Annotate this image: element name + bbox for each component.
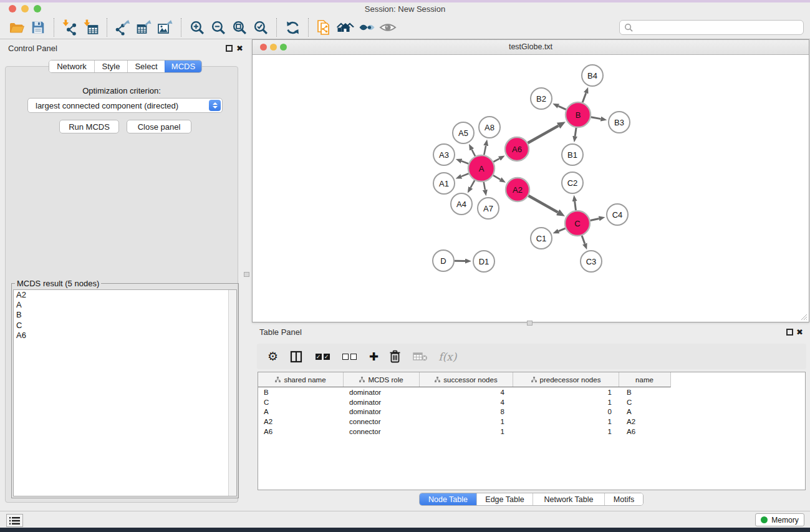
float-panel-icon[interactable]	[786, 329, 793, 336]
zoom-out-icon[interactable]	[208, 17, 229, 37]
float-panel-icon[interactable]	[226, 45, 233, 52]
table-row[interactable]: Cdominator41C	[258, 397, 805, 407]
close-panel-icon[interactable]: ✖	[236, 44, 243, 52]
graph-node-A6[interactable]: A6	[505, 137, 529, 161]
graph-edge-C-C2[interactable]	[575, 201, 576, 210]
tab-network-table[interactable]: Network Table	[533, 493, 604, 505]
export-image-icon[interactable]	[155, 17, 176, 37]
column-header-mcds-role[interactable]: MCDS role	[344, 372, 420, 387]
home-icon[interactable]	[335, 17, 356, 37]
graph-node-A4[interactable]: A4	[451, 193, 472, 215]
graph-node-B2[interactable]: B2	[531, 88, 552, 109]
graph-node-B3[interactable]: B3	[609, 112, 630, 133]
network-graph-canvas[interactable]: B4B2BB3A5A8A6A3B1AC2A1A2A4A7C4CC1C3DD1	[253, 55, 809, 322]
graph-edge-A2-C[interactable]	[528, 196, 557, 213]
column-header-successor-nodes[interactable]: successor nodes	[420, 372, 513, 387]
graph-edge-B-B4[interactable]	[582, 93, 586, 102]
close-panel-button[interactable]: Close panel	[127, 120, 191, 133]
mcds-result-item[interactable]: A	[14, 300, 236, 310]
horizontal-splitter-handle[interactable]	[527, 321, 533, 326]
network-window-titlebar[interactable]: testGlobe.txt	[253, 40, 809, 55]
share-session-icon[interactable]	[314, 17, 335, 37]
criterion-dropdown[interactable]: largest connected component (directed)	[27, 98, 223, 113]
mcds-result-item[interactable]: A6	[14, 331, 236, 341]
graph-node-C1[interactable]: C1	[531, 228, 552, 249]
graph-edge-A-A8[interactable]	[484, 145, 486, 155]
graph-edge-A-A4[interactable]	[471, 180, 475, 188]
graph-edge-A-A5[interactable]	[472, 150, 475, 157]
save-session-icon[interactable]	[27, 17, 49, 37]
task-history-list-button[interactable]	[6, 514, 23, 527]
refresh-view-icon[interactable]	[282, 17, 303, 37]
mcds-result-list[interactable]: A2ABCA6	[13, 289, 237, 496]
graph-node-B[interactable]: B	[566, 102, 591, 127]
graph-edge-A-A6[interactable]	[493, 158, 499, 162]
column-header-predecessor-nodes[interactable]: predecessor nodes	[513, 372, 619, 387]
search-input[interactable]	[634, 21, 803, 34]
graph-node-A3[interactable]: A3	[433, 144, 455, 165]
graph-edge-C-C3[interactable]	[582, 236, 585, 244]
graph-edge-A-A3[interactable]	[461, 161, 468, 163]
graph-node-A2[interactable]: A2	[506, 178, 529, 201]
show-columns-icon[interactable]	[290, 349, 302, 364]
unselect-all-columns-icon[interactable]	[341, 349, 357, 364]
select-all-columns-icon[interactable]: ✓✓	[314, 349, 330, 364]
graph-node-A1[interactable]: A1	[433, 173, 455, 194]
run-mcds-button[interactable]: Run MCDS	[59, 120, 119, 133]
graph-node-C3[interactable]: C3	[581, 251, 602, 272]
graph-edge-C-C1[interactable]	[559, 228, 566, 231]
export-table-icon[interactable]	[133, 17, 155, 37]
open-file-icon[interactable]	[6, 17, 27, 37]
memory-button[interactable]: Memory	[755, 513, 804, 526]
search-box[interactable]	[619, 20, 804, 35]
close-panel-icon[interactable]: ✖	[796, 328, 803, 336]
graph-node-A7[interactable]: A7	[478, 198, 499, 219]
zoom-selected-icon[interactable]	[250, 17, 271, 37]
table-row[interactable]: Bdominator41B	[258, 387, 805, 397]
tab-select[interactable]: Select	[127, 60, 165, 72]
delete-column-trash-icon[interactable]	[389, 349, 401, 364]
column-header-name[interactable]: name	[619, 372, 670, 387]
graph-edge-A-A2[interactable]	[493, 175, 500, 180]
vertical-splitter-handle[interactable]	[244, 272, 249, 277]
scrollbar-track[interactable]	[228, 290, 236, 496]
table-row[interactable]: A6connector11A6	[258, 427, 805, 437]
graph-node-C2[interactable]: C2	[562, 172, 583, 193]
mcds-result-item[interactable]: C	[14, 321, 236, 331]
graph-edge-A6-B[interactable]	[528, 126, 558, 143]
table-settings-gear-icon[interactable]: ⚙	[268, 349, 278, 364]
graph-edge-C-C4[interactable]	[591, 218, 599, 220]
import-table-from-file-icon[interactable]	[80, 17, 102, 37]
graph-node-C4[interactable]: C4	[607, 204, 628, 225]
graph-node-A8[interactable]: A8	[479, 117, 500, 138]
table-row[interactable]: A2connector11A2	[258, 417, 805, 427]
graph-node-B1[interactable]: B1	[562, 144, 583, 165]
table-row[interactable]: Adominator80A	[258, 407, 805, 417]
import-network-from-file-icon[interactable]	[59, 17, 80, 37]
create-column-plus-icon[interactable]: ✚	[369, 349, 378, 364]
graph-edge-B-B1[interactable]	[575, 128, 576, 136]
resize-grip-icon[interactable]	[800, 313, 808, 321]
graph-edge-A-A1[interactable]	[461, 173, 469, 177]
export-network-icon[interactable]	[112, 17, 133, 37]
graph-edge-A-A7[interactable]	[484, 182, 485, 190]
column-header-shared-name[interactable]: shared name	[258, 372, 344, 387]
graph-node-A[interactable]: A	[468, 155, 494, 181]
mcds-result-item[interactable]: B	[14, 310, 236, 320]
graph-node-B4[interactable]: B4	[582, 65, 603, 86]
graph-edge-B-B3[interactable]	[591, 117, 601, 119]
zoom-fit-content-icon[interactable]	[229, 17, 250, 37]
tab-node-table[interactable]: Node Table	[420, 493, 476, 505]
tab-motifs[interactable]: Motifs	[604, 493, 643, 505]
toggle-graphics-details-icon[interactable]	[356, 17, 377, 37]
tab-network[interactable]: Network	[49, 60, 94, 72]
show-hide-eye-icon[interactable]	[377, 17, 398, 37]
graph-node-C[interactable]: C	[565, 211, 590, 236]
tab-mcds[interactable]: MCDS	[165, 60, 201, 72]
graph-edge-B-B2[interactable]	[558, 106, 566, 109]
node-table[interactable]: shared name MCDS role successor nodes pr…	[258, 372, 806, 490]
zoom-in-icon[interactable]	[186, 17, 208, 37]
graph-node-D[interactable]: D	[433, 250, 454, 271]
mcds-result-item[interactable]: A2	[14, 290, 236, 300]
tab-style[interactable]: Style	[94, 60, 127, 72]
